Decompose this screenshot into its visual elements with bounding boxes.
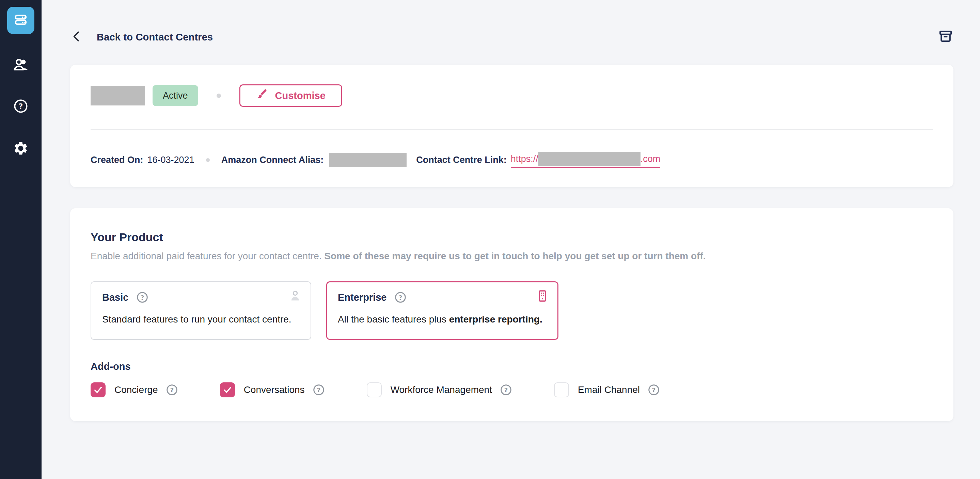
svg-text:?: ? [19,102,23,111]
addons-title: Add-ons [91,361,933,372]
concierge-checkbox[interactable] [91,382,105,397]
addon-workforce-management-label: Workforce Management [391,384,492,395]
help-circle-icon[interactable]: ? [165,384,178,397]
help-circle-icon[interactable]: ? [136,291,149,304]
plan-card-basic[interactable]: Basic ? Stan [91,281,311,340]
sidebar-item-settings[interactable] [12,140,30,158]
app-root: ? Back to Contact Centres [0,0,980,479]
addon-email-channel-label: Email Channel [578,384,640,395]
sidebar-item-help[interactable]: ? [12,98,30,116]
your-product-card: Your Product Enable additional paid feat… [70,208,953,421]
status-badge: Active [153,85,198,106]
chevron-left-icon [70,30,84,44]
svg-text:?: ? [504,387,508,393]
checkmark-icon [92,384,104,396]
plan-options: Basic ? Stan [91,281,933,340]
svg-text:?: ? [170,387,173,393]
help-circle-icon: ? [13,98,29,115]
your-product-title: Your Product [91,231,933,244]
customise-button-label: Customise [275,90,326,102]
dot-separator [216,94,221,98]
users-icon [13,57,29,74]
addon-workforce-management: Workforce Management ? [367,382,512,397]
addon-email-channel: Email Channel ? [554,382,660,397]
dot-separator [206,158,210,162]
archive-button[interactable] [938,29,953,45]
help-circle-icon[interactable]: ? [312,384,325,397]
contact-centre-name-row: Active Customise [91,84,933,107]
subtitle-bold: Some of these may require us to get in t… [324,251,706,261]
enterprise-desc-suffix: . [540,314,542,325]
back-to-contact-centres-link[interactable]: Back to Contact Centres [70,30,213,44]
svg-text:?: ? [317,387,320,393]
plan-enterprise-title: Enterprise [338,292,387,303]
enterprise-desc-bold: enterprise reporting [449,314,540,325]
created-on-label: Created On: [91,155,143,165]
link-suffix: .com [641,154,660,164]
enterprise-desc-prefix: All the basic features plus [338,314,449,325]
contact-centre-card: Active Customise Created On: 16-03-2021 [70,65,953,187]
your-product-subtitle: Enable additional paid features for your… [91,251,933,262]
contact-centre-link[interactable]: https:// .com [511,152,660,168]
plan-title-row: Basic ? [102,291,300,304]
created-on-value: 16-03-2021 [148,155,194,165]
contact-centre-name-redacted [91,86,145,105]
sidebar-item-users[interactable] [12,57,30,74]
servers-icon [13,12,29,29]
checkmark-icon [222,384,233,396]
addons-row: Concierge ? Conversations [91,382,933,397]
plan-enterprise-description: All the basic features plus enterprise r… [338,314,547,325]
contact-centre-link-group: Contact Centre Link: https:// .com [416,152,660,168]
back-link-label: Back to Contact Centres [97,32,213,43]
svg-text:?: ? [399,294,402,301]
sidebar: ? [0,0,41,479]
plan-basic-description: Standard features to run your contact ce… [102,314,300,325]
amazon-connect-alias-redacted [329,153,407,167]
conversations-checkbox[interactable] [220,382,235,397]
paintbrush-icon [256,89,268,103]
app-logo[interactable] [7,7,34,34]
card-divider [91,129,933,130]
settings-gear-icon [13,141,29,157]
email-channel-checkbox[interactable] [554,382,569,397]
person-icon [288,289,302,305]
plan-card-enterprise[interactable]: Enterprise ? [326,281,558,340]
subtitle-normal: Enable additional paid features for your… [91,251,324,261]
plan-basic-title: Basic [102,292,128,303]
customise-button[interactable]: Customise [239,84,342,107]
addon-concierge: Concierge ? [91,382,178,397]
amazon-connect-alias-label: Amazon Connect Alias: [221,155,324,165]
svg-text:?: ? [141,294,145,301]
help-circle-icon[interactable]: ? [648,384,660,397]
plan-title-row: Enterprise ? [338,291,547,304]
help-circle-icon[interactable]: ? [394,291,407,304]
contact-centre-link-label: Contact Centre Link: [416,155,507,165]
addon-conversations: Conversations ? [220,382,325,397]
workforce-management-checkbox[interactable] [367,382,382,397]
contact-centre-link-redacted [538,152,641,166]
contact-centre-meta-row: Created On: 16-03-2021 Amazon Connect Al… [91,152,933,168]
help-circle-icon[interactable]: ? [500,384,512,397]
link-prefix: https:// [511,154,538,164]
building-icon [536,289,549,304]
addon-concierge-label: Concierge [115,384,158,395]
addon-conversations-label: Conversations [244,384,305,395]
archive-box-icon [938,29,953,45]
topbar: Back to Contact Centres [70,29,953,46]
main-content: Back to Contact Centres Active [41,0,980,479]
svg-text:?: ? [652,387,656,393]
